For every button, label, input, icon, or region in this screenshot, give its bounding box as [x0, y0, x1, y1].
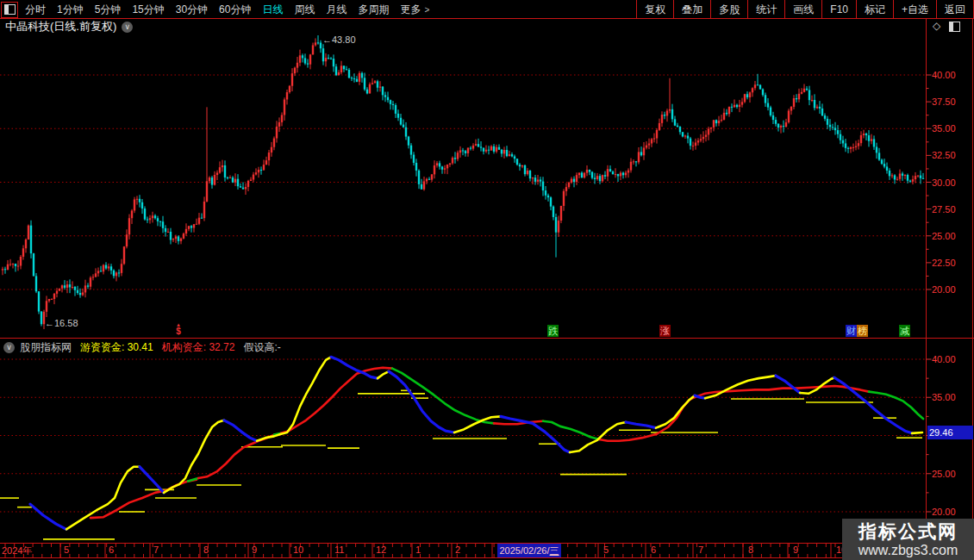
candle-body	[480, 146, 482, 147]
candle-body	[744, 94, 746, 102]
period-item-60分钟[interactable]: 60分钟	[219, 3, 251, 17]
marker-rise-badge[interactable]: 涨	[659, 325, 671, 337]
candle-body	[265, 160, 267, 165]
period-item-1分钟[interactable]: 1分钟	[57, 3, 84, 17]
candle-body	[752, 88, 753, 92]
action-多股[interactable]: 多股	[710, 0, 747, 19]
marker-cai-badge[interactable]: 财	[846, 325, 857, 337]
candle-body	[374, 81, 376, 83]
candle-body	[121, 264, 122, 273]
marker-bang-badge[interactable]: 榜	[857, 325, 868, 337]
candle-body	[558, 221, 559, 233]
candle-body	[852, 147, 854, 148]
candle-body	[260, 170, 262, 171]
candle-body	[881, 160, 883, 165]
candle-body	[211, 177, 213, 184]
action-统计[interactable]: 统计	[747, 0, 784, 19]
candle-body	[284, 99, 285, 115]
action-复权[interactable]: 复权	[636, 0, 673, 19]
candle-body	[594, 178, 596, 179]
axis-month-label: 7	[153, 544, 159, 555]
candle-body	[193, 224, 195, 227]
action-返回[interactable]: 返回	[936, 0, 973, 19]
candle-body	[209, 177, 210, 181]
candle-body	[167, 232, 169, 233]
period-item-月线[interactable]: 月线	[326, 3, 347, 17]
candle-body	[59, 289, 60, 291]
candle-body	[728, 107, 730, 114]
candle-body	[775, 120, 777, 124]
candle-body	[472, 146, 474, 149]
title-chevron-icon[interactable]: ∨	[122, 22, 133, 33]
window-layout-icon[interactable]	[1, 2, 18, 18]
axis-month-label: 2	[455, 544, 460, 555]
candle-body	[527, 171, 528, 174]
candle-body	[384, 95, 386, 96]
candle-body	[149, 218, 151, 220]
candle-body	[664, 115, 665, 115]
candle-body	[53, 294, 55, 299]
indicator-chevron-icon[interactable]: ∨	[3, 342, 15, 353]
indicator-y-label: 35.00	[932, 392, 971, 402]
candle-body	[467, 148, 469, 153]
candle-body	[426, 179, 428, 182]
marker-jian-badge[interactable]: 减	[899, 325, 910, 337]
candle-body	[307, 64, 309, 65]
candle-body	[2, 269, 3, 270]
pane-layout-icon[interactable]	[949, 22, 960, 32]
candle-body	[48, 299, 50, 301]
candle-body	[147, 220, 148, 221]
candle-body	[550, 197, 552, 207]
candle-body	[128, 218, 130, 234]
candle-body	[749, 92, 751, 97]
period-item-更多[interactable]: 更多	[400, 3, 421, 17]
candle-body	[87, 285, 89, 286]
candle-body	[240, 186, 241, 187]
candle-body	[643, 147, 645, 155]
main-y-label: 30.00	[932, 177, 971, 188]
action-+自选[interactable]: +自选	[893, 0, 936, 19]
period-item-30分钟[interactable]: 30分钟	[176, 3, 208, 17]
period-item-5分钟[interactable]: 5分钟	[95, 3, 122, 17]
action-画线[interactable]: 画线	[784, 0, 821, 19]
action-标记[interactable]: 标记	[856, 0, 893, 19]
candle-body	[788, 110, 790, 122]
candle-body	[79, 293, 81, 295]
axis-month-label: 1	[415, 544, 421, 555]
candle-body	[415, 163, 417, 171]
period-item-多周期[interactable]: 多周期	[358, 3, 389, 17]
diamond-icon[interactable]: ◇	[933, 20, 940, 32]
marker-fall-badge[interactable]: 跌	[547, 325, 559, 337]
candle-body	[765, 95, 766, 103]
candle-body	[165, 228, 166, 232]
more-chevron-icon[interactable]: >	[424, 5, 429, 15]
action-F10[interactable]: F10	[821, 0, 856, 19]
candle-body	[178, 236, 179, 240]
candle-body	[651, 139, 652, 143]
candle-body	[418, 171, 420, 184]
candle-body	[183, 233, 184, 239]
period-item-分时[interactable]: 分时	[25, 3, 46, 17]
candle-body	[666, 111, 668, 116]
period-item-15分钟[interactable]: 15分钟	[132, 3, 164, 17]
candle-body	[819, 107, 821, 109]
candle-body	[356, 79, 358, 82]
candle-body	[824, 115, 826, 119]
period-item-周线[interactable]: 周线	[294, 3, 315, 17]
candle-body	[436, 163, 438, 165]
candle-body	[297, 63, 298, 68]
last-value-badge: 29.46	[927, 426, 973, 439]
candle-body	[377, 81, 378, 87]
candle-body	[175, 236, 177, 239]
candle-body	[170, 232, 172, 240]
action-叠加[interactable]: 叠加	[673, 0, 710, 19]
candle-body	[604, 175, 606, 177]
candle-body	[35, 276, 37, 291]
candle-body	[850, 147, 852, 149]
period-item-日线[interactable]: 日线	[262, 3, 283, 17]
candle-body	[219, 167, 221, 172]
candle-body	[95, 273, 97, 277]
candle-body	[581, 173, 583, 178]
candle-body	[320, 43, 322, 49]
candle-body	[371, 83, 373, 84]
